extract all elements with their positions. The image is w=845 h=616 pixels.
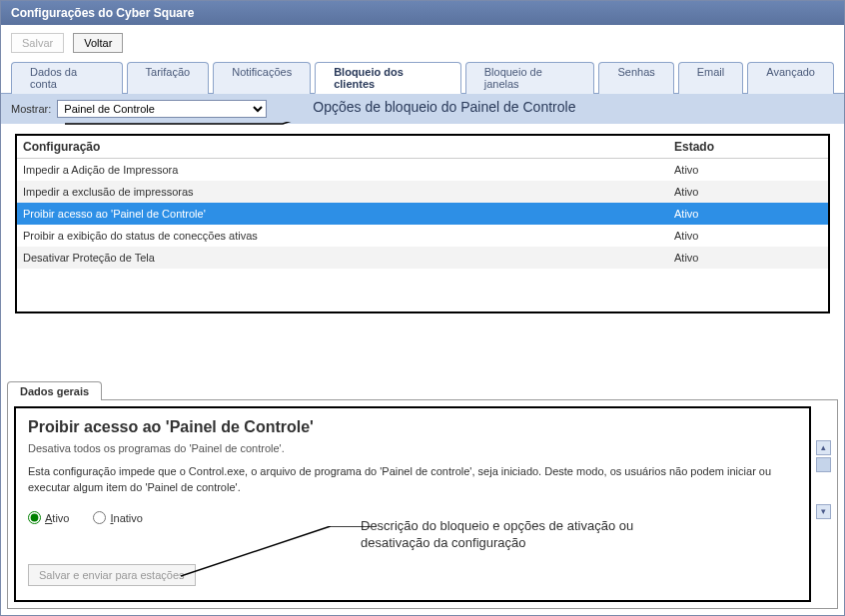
tab-tarifacao[interactable]: Tarifação [127, 62, 210, 94]
filter-bar: Mostrar: Painel de Controle Opções de bl… [1, 94, 844, 124]
radio-active-input[interactable] [28, 511, 41, 524]
table-row[interactable]: Impedir a exclusão de impressorasAtivo [17, 181, 828, 203]
details-subtitle: Desativa todos os programas do 'Painel d… [28, 442, 797, 454]
radio-inactive-input[interactable] [93, 511, 106, 524]
toolbar: Salvar Voltar [1, 25, 844, 61]
annotation-bottom: Descrição do bloqueio e opções de ativaç… [361, 518, 633, 552]
tab-bloqueio-janelas[interactable]: Bloqueio de janelas [465, 62, 595, 94]
save-send-button[interactable]: Salvar e enviar para estações [28, 564, 196, 586]
window-title: Configurações do Cyber Square [11, 6, 194, 20]
cell-config: Desativar Proteção de Tela [17, 247, 668, 269]
save-button[interactable]: Salvar [11, 33, 64, 53]
tab-bloqueio-clientes[interactable]: Bloqueio dos clientes [315, 62, 461, 94]
radio-inactive-label: Inativo [110, 512, 142, 524]
back-button[interactable]: Voltar [73, 33, 123, 53]
table-row[interactable]: Proibir acesso ao 'Painel de Controle'At… [17, 203, 828, 225]
annotation-pointer-bottom [181, 526, 371, 586]
table-row[interactable]: Proibir a exibição do status de conecçõe… [17, 225, 828, 247]
table-row[interactable]: Desativar Proteção de TelaAtivo [17, 247, 828, 269]
filter-select[interactable]: Painel de Controle [57, 100, 267, 118]
radio-active-label: Ativo [45, 512, 69, 524]
scroll-up-icon[interactable]: ▴ [816, 440, 831, 455]
radio-inactive[interactable]: Inativo [93, 511, 142, 524]
cell-config: Impedir a Adição de Impressora [17, 159, 668, 181]
cell-state: Ativo [668, 203, 828, 225]
radio-active[interactable]: Ativo [28, 511, 69, 524]
tab-notificacoes[interactable]: Notificações [213, 62, 311, 94]
scroll-thumb[interactable] [816, 457, 831, 472]
scroll-down-icon[interactable]: ▾ [816, 504, 831, 519]
main-tabs: Dados da contaTarifaçãoNotificaçõesBloqu… [1, 61, 844, 94]
details-title: Proibir acesso ao 'Painel de Controle' [28, 418, 797, 436]
details-panel: Proibir acesso ao 'Painel de Controle' D… [7, 399, 838, 609]
details-body: Esta configuração impede que o Control.e… [28, 464, 797, 495]
table-row[interactable]: Impedir a Adição de ImpressoraAtivo [17, 159, 828, 181]
cell-state: Ativo [668, 181, 828, 203]
tab-dados-gerais[interactable]: Dados gerais [7, 381, 102, 400]
window-titlebar: Configurações do Cyber Square [1, 1, 844, 25]
tab-avancado[interactable]: Avançado [747, 62, 834, 94]
annotation-top: Opções de bloqueio do Painel de Controle [313, 99, 575, 115]
details-scrollbar: ▴ ▾ [815, 440, 831, 519]
cell-state: Ativo [668, 247, 828, 269]
config-table: Configuração Estado Impedir a Adição de … [15, 134, 830, 313]
cell-config: Proibir a exibição do status de conecçõe… [17, 225, 668, 247]
tab-email[interactable]: Email [678, 62, 744, 94]
filter-label: Mostrar: [11, 103, 51, 115]
th-state: Estado [668, 136, 828, 158]
table-header: Configuração Estado [17, 136, 828, 159]
tab-dados-conta[interactable]: Dados da conta [11, 62, 123, 94]
cell-config: Impedir a exclusão de impressoras [17, 181, 668, 203]
tab-senhas[interactable]: Senhas [598, 62, 673, 94]
cell-state: Ativo [668, 225, 828, 247]
cell-state: Ativo [668, 159, 828, 181]
th-config: Configuração [17, 136, 668, 158]
cell-config: Proibir acesso ao 'Painel de Controle' [17, 203, 668, 225]
